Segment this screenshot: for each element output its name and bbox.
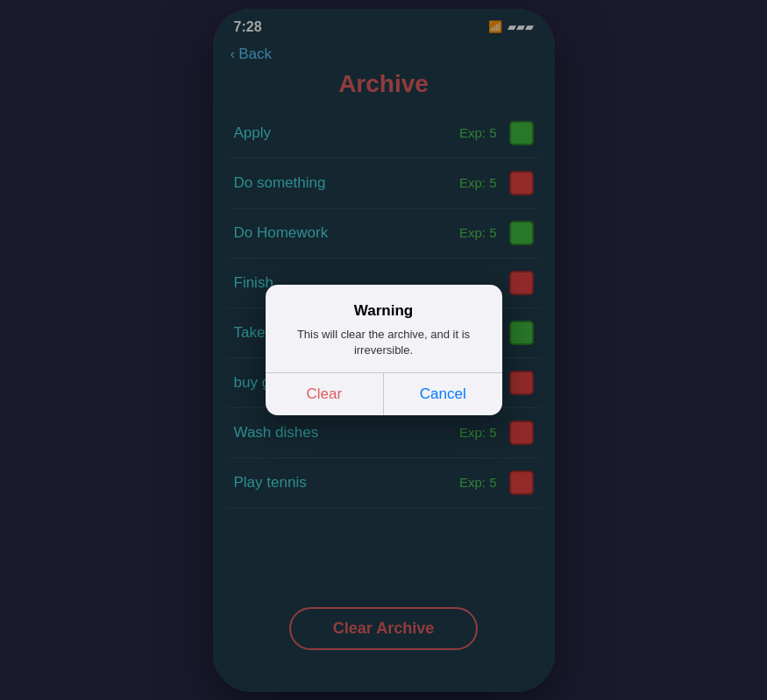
modal-message: This will clear the archive, and it is i… [280,327,488,358]
modal-title: Warning [280,302,488,320]
modal-content: Warning This will clear the archive, and… [266,285,502,372]
modal-overlay: Warning This will clear the archive, and… [213,9,555,692]
phone-frame: 7:28 📶 ▰▰▰ ‹ Back Archive ApplyExp: 5Do … [213,9,555,692]
warning-modal: Warning This will clear the archive, and… [266,285,502,415]
modal-clear-button[interactable]: Clear [266,373,385,415]
modal-actions: Clear Cancel [266,372,502,415]
modal-cancel-button[interactable]: Cancel [384,373,502,415]
